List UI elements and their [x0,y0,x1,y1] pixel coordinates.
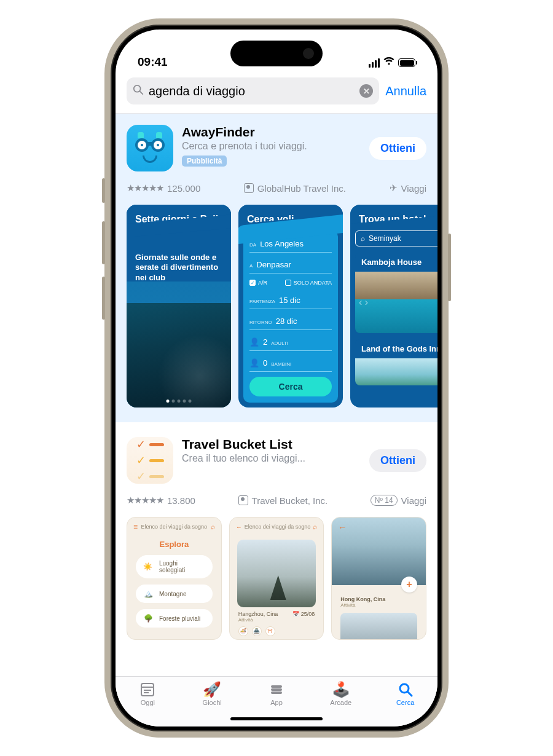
apps-icon [269,682,284,698]
search-icon: ⌕ [211,522,215,531]
app-icon-awayfinder[interactable] [127,125,173,171]
svg-rect-7 [271,688,282,691]
ad-badge: Pubblicità [182,156,227,167]
dynamic-island [230,41,323,66]
battery-icon [398,58,415,67]
search-icon [133,84,144,98]
add-icon: + [401,577,417,593]
screenshot-2[interactable]: ←Elenco dei viaggi da sogno⌕ Hangzhou, C… [229,517,324,640]
search-icon [398,682,414,698]
svg-point-0 [134,85,141,92]
sponsored-result[interactable]: AwayFinder Cerca e prenota i tuoi viaggi… [116,114,437,422]
screenshot-3[interactable]: Trova un hotel ⌕Seminyak Kamboja House L… [350,205,437,408]
tab-apps[interactable]: App [245,682,309,706]
app-icon-travel-bucket[interactable]: ✓ ✓ ✓ [127,437,173,484]
category-label: Viaggi [401,495,426,506]
search-field[interactable]: ✕ [127,77,379,104]
tab-search[interactable]: Cerca [373,682,437,706]
rating-count: 125.000 [167,183,200,194]
category-label: Viaggi [401,183,426,194]
app-title: AwayFinder [182,125,361,140]
search-flights-button: Cerca [249,377,332,396]
screenshot-title: Trova un hotel [350,205,437,231]
svg-point-9 [400,684,409,693]
status-time: 09:41 [138,55,168,69]
screenshot-3[interactable]: ←+ Hong Kong, Cina Attività [331,517,426,640]
search-input[interactable] [149,84,355,98]
app-subtitle: Cerca e prenota i tuoi viaggi. [182,141,361,152]
developer-name: Travel Bucket, Inc. [252,495,328,506]
rocket-icon: 🚀 [203,682,221,698]
svg-line-1 [140,92,143,95]
results-scroll[interactable]: AwayFinder Cerca e prenota i tuoi viaggi… [116,114,437,676]
developer-icon [238,495,248,505]
app-subtitle: Crea il tuo elenco di viaggi... [182,453,361,464]
rank-badge: Nº 14 [371,495,398,506]
screenshots-row[interactable]: ≡Elenco dei viaggi da sogno⌕ Esplora ☀️L… [127,517,426,640]
search-icon: ⌕ [313,522,317,531]
organic-result[interactable]: ✓ ✓ ✓ Travel Bucket List Crea il tuo ele… [116,422,437,640]
wifi-icon [383,57,394,69]
developer-name: GlobalHub Travel Inc. [257,183,346,194]
screenshots-row[interactable]: Sette giorni a Bali Giornate sulle onde … [127,205,426,408]
star-rating-icon: ★★★★★ [127,183,163,194]
search-icon: ⌕ [361,234,365,243]
tab-today[interactable]: Oggi [116,682,180,706]
cancel-link[interactable]: Annulla [385,84,426,98]
home-indicator[interactable] [230,717,323,720]
get-button[interactable]: Ottieni [369,137,426,160]
star-rating-icon: ★★★★★ [127,495,163,506]
today-icon [139,682,155,698]
clear-search-button[interactable]: ✕ [359,84,373,98]
airplane-icon: ✈ [390,183,398,194]
screenshot-caption: Giornate sulle onde e serate di divertim… [135,253,222,283]
developer-icon [244,183,254,193]
cellular-icon [369,58,380,68]
menu-icon: ≡ [133,522,138,531]
get-button[interactable]: Ottieni [369,449,426,472]
screenshot-2[interactable]: Cerca voli DALos Angeles ADenpasar ✓A/RS… [238,205,343,408]
tab-games[interactable]: 🚀Giochi [180,682,245,706]
svg-rect-6 [271,685,282,688]
arcade-icon: 🕹️ [332,682,350,698]
svg-line-10 [408,692,412,696]
rating-count: 13.800 [167,495,195,506]
screenshot-title: Sette giorni a Bali [127,205,231,231]
tab-arcade[interactable]: 🕹️Arcade [308,682,373,706]
app-title: Travel Bucket List [182,437,361,452]
screenshot-1[interactable]: Sette giorni a Bali Giornate sulle onde … [127,205,231,408]
back-icon: ← [338,522,347,532]
svg-rect-8 [271,691,282,694]
screenshot-1[interactable]: ≡Elenco dei viaggi da sogno⌕ Esplora ☀️L… [127,517,222,640]
back-icon: ← [236,524,242,530]
